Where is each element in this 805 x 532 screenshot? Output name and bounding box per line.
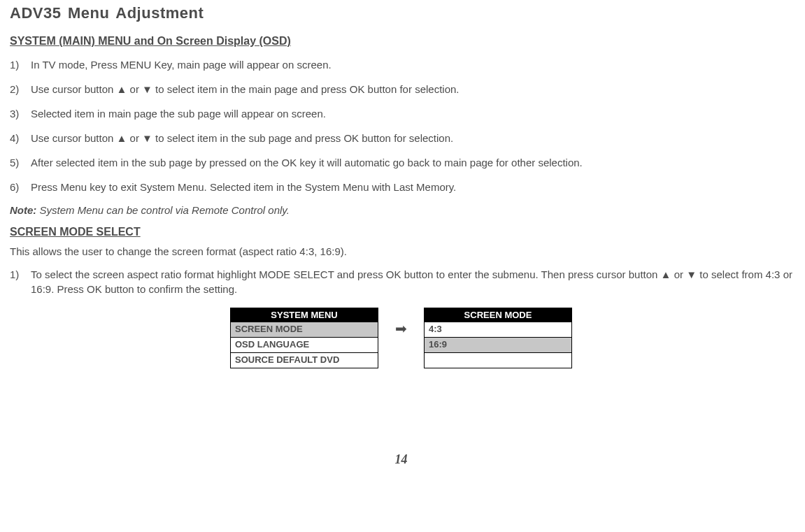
note-label: Note: <box>10 204 36 216</box>
note-text: System Menu can be control via Remote Co… <box>36 204 290 216</box>
screen-mode-menu-box: SCREEN MODE 4:3 16:9 <box>424 308 572 368</box>
steps-screen-list: To select the screen aspect ratio format… <box>10 267 792 296</box>
heading-screen-mode: SCREEN MODE SELECT <box>10 226 792 238</box>
screen-intro: This allows the user to change the scree… <box>10 245 792 257</box>
system-menu-box: SYSTEM MENU SCREEN MODE OSD LANGUAGE SOU… <box>230 308 378 368</box>
list-item: Press Menu key to exit System Menu. Sele… <box>10 180 792 194</box>
note: Note: System Menu can be control via Rem… <box>10 204 792 216</box>
page-number: 14 <box>10 452 792 467</box>
list-item: After selected item in the sub page by p… <box>10 155 792 170</box>
list-item: In TV mode, Press MENU Key, main page wi… <box>10 57 792 72</box>
screen-mode-menu-header: SCREEN MODE <box>425 308 571 322</box>
arrow-column: ➡ <box>395 308 407 336</box>
system-menu-item: OSD LANGUAGE <box>231 337 378 352</box>
screen-mode-menu-item: 16:9 <box>425 337 571 352</box>
system-menu-header: SYSTEM MENU <box>231 308 378 322</box>
list-item: Use cursor button ▲ or ▼ to select item … <box>10 82 792 96</box>
list-item: Use cursor button ▲ or ▼ to select item … <box>10 131 792 145</box>
system-menu-item: SCREEN MODE <box>231 322 378 337</box>
menu-diagram: SYSTEM MENU SCREEN MODE OSD LANGUAGE SOU… <box>10 308 792 368</box>
screen-mode-menu-item <box>425 352 571 368</box>
arrow-right-icon: ➡ <box>395 322 407 336</box>
system-menu-item: SOURCE DEFAULT DVD <box>231 352 378 368</box>
list-item: Selected item in main page the sub page … <box>10 106 792 121</box>
list-item: To select the screen aspect ratio format… <box>10 267 792 296</box>
page-title: ADV35 Menu Adjustment <box>10 4 792 22</box>
screen-mode-menu-item: 4:3 <box>425 322 571 337</box>
steps-main-list: In TV mode, Press MENU Key, main page wi… <box>10 57 792 194</box>
heading-system-menu: SYSTEM (MAIN) MENU and On Screen Display… <box>10 35 792 48</box>
